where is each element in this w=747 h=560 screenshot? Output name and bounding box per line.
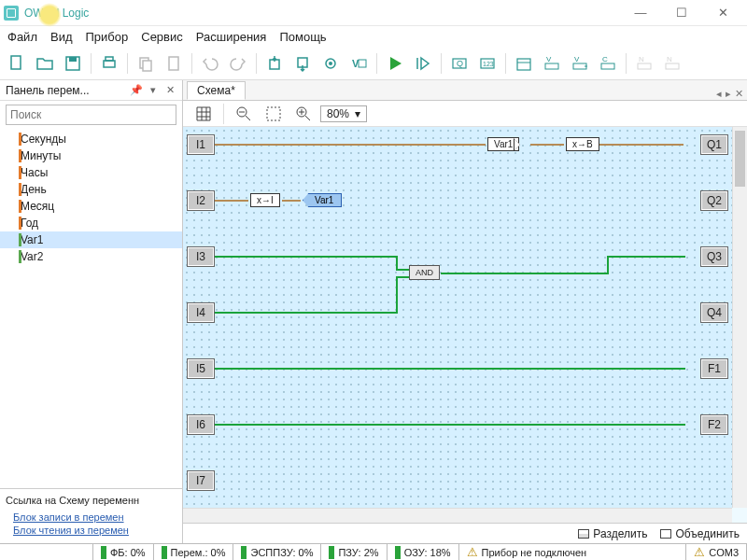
scrollbar-horizontal[interactable] [183,508,732,523]
output-Q4[interactable]: Q4 [700,302,728,323]
panel-header: Панель перем... 📌 ▾ ✕ [0,80,182,101]
paste-icon[interactable] [161,50,187,77]
wire[interactable] [215,256,398,258]
tabstrip: Схема* ◂ ▸ ✕ [183,80,747,101]
search-input[interactable] [6,105,176,125]
menu-view[interactable]: Вид [50,30,73,44]
variable-item[interactable]: Секунды [0,131,182,147]
input-I2[interactable]: I2 [187,190,215,211]
copy-icon[interactable] [133,50,159,77]
menu-file[interactable]: Файл [7,30,37,44]
output-F1[interactable]: F1 [700,358,728,379]
download-device-icon[interactable] [289,50,316,77]
open-file-icon[interactable] [32,50,58,77]
output-F2[interactable]: F2 [700,414,728,435]
tab-close-icon[interactable]: ✕ [735,88,743,100]
menu-help[interactable]: Помощь [279,30,326,44]
var-write-tag[interactable]: Var1 [303,193,342,207]
variable-item[interactable]: Минуты [0,147,182,164]
wire[interactable] [607,256,609,274]
tab-prev-icon[interactable]: ◂ [716,88,722,100]
pin-icon[interactable]: 📌 [130,84,143,97]
input-I6[interactable]: I6 [187,414,215,435]
and-gate[interactable]: AND [409,265,440,280]
step-icon[interactable] [410,50,436,77]
q-block-icon[interactable]: Q [446,50,472,77]
svg-text:V: V [546,55,552,63]
zoom-in-icon[interactable] [290,101,317,127]
wire[interactable] [215,312,398,314]
link-write-block[interactable]: Блок записи в перемен [13,511,176,523]
tab-next-icon[interactable]: ▸ [726,88,731,100]
wire[interactable] [599,144,684,146]
print-icon[interactable] [96,50,122,77]
panel-menu-icon[interactable]: ▾ [147,84,160,97]
split-button[interactable]: Разделить [578,527,647,540]
n-block2-icon[interactable]: N [659,50,685,77]
input-I5[interactable]: I5 [187,358,215,379]
variables-icon[interactable]: V [345,50,372,77]
svg-text:123: 123 [483,61,494,67]
input-I7[interactable]: I7 [187,470,215,491]
v-write-icon[interactable]: V [567,50,593,77]
menu-service[interactable]: Сервис [141,30,183,44]
convert-xb-block[interactable]: x→B [566,137,599,151]
wire[interactable] [215,144,486,146]
undo-icon[interactable] [197,50,223,77]
convert-xi-block[interactable]: x→I [250,193,280,207]
maximize-button[interactable]: ☐ [661,1,702,25]
zoom-selector[interactable]: 80%▾ [320,105,367,122]
n-block1-icon[interactable]: N [631,50,657,77]
tab-schema[interactable]: Схема* [187,81,246,100]
variable-item[interactable]: Var2 [0,248,182,265]
wire[interactable] [215,368,685,370]
output-Q3[interactable]: Q3 [700,246,728,267]
zoom-fit-icon[interactable] [261,101,287,127]
wire[interactable] [396,269,409,271]
variable-item[interactable]: Var1 [0,231,182,248]
output-Q2[interactable]: Q2 [700,190,728,211]
close-button[interactable]: ✕ [702,1,743,25]
wire[interactable] [396,276,409,278]
new-file-icon[interactable] [4,50,30,77]
panel-close-icon[interactable]: ✕ [163,84,176,97]
wire[interactable] [396,256,398,269]
app-title: OWEN Logic [24,7,89,20]
wire[interactable] [607,256,685,258]
input-I1[interactable]: I1 [187,134,215,155]
redo-icon[interactable] [225,50,251,77]
scrollbar-vertical[interactable] [732,127,747,508]
run-icon[interactable] [382,50,408,77]
canvas[interactable]: I1I2I3I4I5I6I7Q1Q2Q3Q4F1F2Var1x→Bx→IVar1… [183,127,747,523]
grid-toggle-icon[interactable] [190,101,217,127]
calendar-icon[interactable] [511,50,537,77]
wire[interactable] [282,200,301,202]
input-I4[interactable]: I4 [187,302,215,323]
svg-text:V: V [574,55,580,63]
wire[interactable] [396,276,398,314]
wire[interactable] [530,144,564,146]
variable-item[interactable]: Месяц [0,198,182,215]
v-read-icon[interactable]: V [539,50,565,77]
variable-item[interactable]: День [0,181,182,198]
zoom-value: 80% [327,107,349,120]
save-icon[interactable] [60,50,86,77]
menu-extensions[interactable]: Расширения [196,30,267,44]
merge-button[interactable]: Объединить [660,527,740,540]
device-settings-icon[interactable] [317,50,344,77]
wire[interactable] [215,424,685,426]
num-block-icon[interactable]: 123 [474,50,500,77]
variable-item[interactable]: Год [0,215,182,231]
output-Q1[interactable]: Q1 [700,134,728,155]
variable-item[interactable]: Часы [0,164,182,181]
c-block-icon[interactable]: C [595,50,621,77]
zoom-out-icon[interactable] [231,101,257,127]
minimize-button[interactable]: — [620,1,661,25]
menu-device[interactable]: Прибор [86,30,129,44]
var-read-block[interactable]: Var1 [487,137,519,151]
input-I3[interactable]: I3 [187,246,215,267]
wire[interactable] [441,273,609,274]
wire[interactable] [215,200,248,202]
upload-device-icon[interactable] [261,50,288,77]
link-read-block[interactable]: Блок чтения из перемен [13,525,176,536]
